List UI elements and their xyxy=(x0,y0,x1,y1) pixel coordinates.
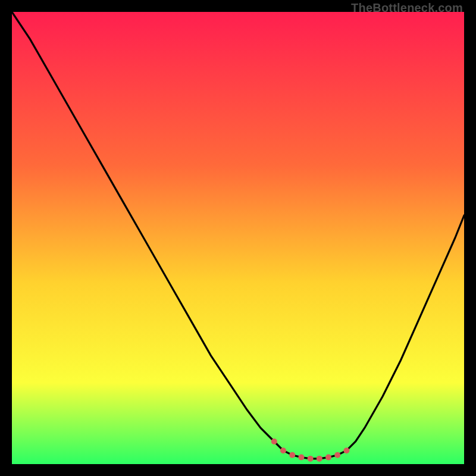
curve-marker xyxy=(308,456,314,462)
curve-marker xyxy=(317,456,322,462)
curve-marker xyxy=(289,452,295,458)
curve-marker xyxy=(271,439,277,444)
curve-marker xyxy=(325,455,331,461)
curve-marker xyxy=(280,447,286,453)
curve-marker xyxy=(343,447,349,453)
bottleneck-chart xyxy=(12,12,464,464)
watermark-text: TheBottleneck.com xyxy=(351,1,463,15)
chart-frame xyxy=(12,12,464,464)
curve-marker xyxy=(298,455,304,461)
curve-marker xyxy=(334,452,340,458)
